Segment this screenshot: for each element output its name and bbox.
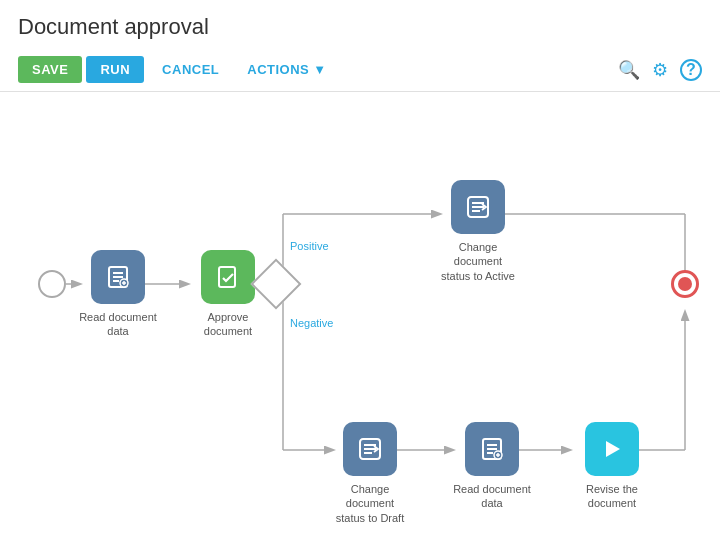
chevron-down-icon: ▼ [313,62,326,77]
approve-document-label: Approve document [188,310,268,339]
toolbar-right: 🔍 ⚙ ? [618,59,702,81]
negative-label: Negative [290,317,333,329]
read-document-data-node[interactable]: Read document data [78,250,158,339]
change-status-draft-label: Change document status to Draft [330,482,410,522]
page-title: Document approval [0,0,720,48]
svg-marker-36 [606,441,620,457]
change-status-active-node[interactable]: Change document status to Active [438,180,518,283]
save-button[interactable]: SAVE [18,56,82,83]
approve-document-node[interactable]: Approve document [188,250,268,339]
read-document-label: Read document data [78,310,158,339]
change-status-draft-node[interactable]: Change document status to Draft [330,422,410,522]
change-status-active-label: Change document status to Active [438,240,518,283]
read-document-2-icon [465,422,519,476]
start-event[interactable] [38,270,66,298]
approve-document-icon [201,250,255,304]
svg-rect-20 [219,267,235,287]
read-document-icon [91,250,145,304]
gear-icon[interactable]: ⚙ [652,59,668,81]
run-button[interactable]: RUN [86,56,144,83]
end-event[interactable] [671,270,699,298]
toolbar: SAVE RUN CANCEL ACTIONS ▼ 🔍 ⚙ ? [0,48,720,92]
change-status-active-icon [451,180,505,234]
positive-label: Positive [290,240,329,252]
search-icon[interactable]: 🔍 [618,59,640,81]
cancel-button[interactable]: CANCEL [148,56,233,83]
actions-button[interactable]: ACTIONS ▼ [237,56,336,83]
diagram-canvas: Read document data Approve document Posi… [0,92,720,522]
read-document-2-label: Read document data [452,482,532,511]
revise-document-node[interactable]: Revise the document [572,422,652,511]
help-icon[interactable]: ? [680,59,702,81]
read-document-data-2-node[interactable]: Read document data [452,422,532,511]
end-event-inner [678,277,692,291]
revise-document-label: Revise the document [572,482,652,511]
change-status-draft-icon [343,422,397,476]
revise-document-icon [585,422,639,476]
